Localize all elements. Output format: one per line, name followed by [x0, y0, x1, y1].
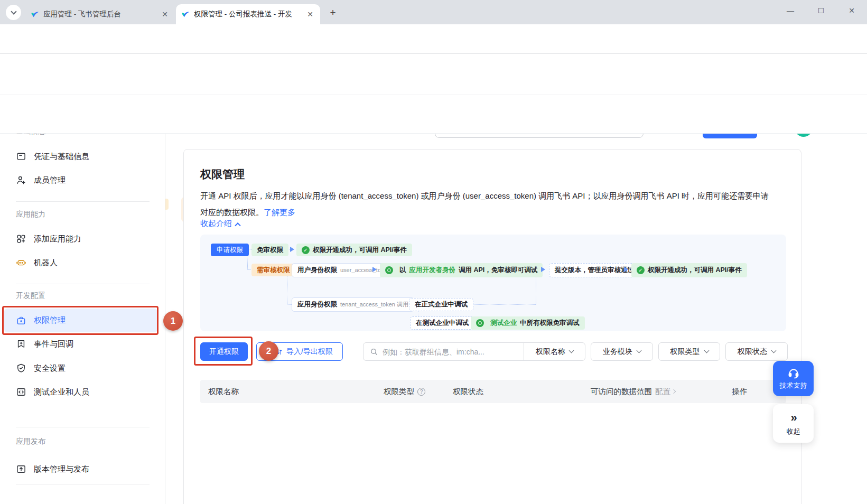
column-permission-status: 权限状态	[453, 380, 483, 403]
permission-table-header: 权限名称 权限类型? 权限状态 可访问的数据范围配置 操作	[200, 380, 786, 403]
robot-icon	[16, 257, 26, 268]
flow-node-success-1: ✓权限开通成功，可调用 API/事件	[296, 244, 412, 256]
chevron-down-icon	[704, 348, 709, 353]
sidebar-item-label: 机器人	[34, 258, 58, 268]
new-tab-button[interactable]: +	[327, 6, 339, 19]
filter-label: 业务模块	[603, 347, 632, 357]
minimize-button[interactable]: —	[775, 0, 806, 21]
tab-title: 应用管理 - 飞书管理后台	[43, 10, 156, 19]
member-icon	[16, 175, 26, 185]
headset-icon	[787, 367, 800, 379]
collapse-widget-button[interactable]: » 收起	[773, 404, 814, 443]
page-title: 权限管理	[200, 167, 245, 182]
arrow-icon	[372, 267, 377, 272]
sidebar-item-label: 成员管理	[34, 175, 66, 185]
tab-title: 权限管理 - 公司报表推送 - 开发	[194, 10, 301, 19]
collapse-intro-link[interactable]: 收起介绍	[200, 219, 240, 229]
flow-node-need-review: 需审核权限	[251, 264, 295, 276]
chevron-down-icon	[11, 8, 16, 14]
tech-support-button[interactable]: 技术支持	[773, 361, 814, 396]
filter-label: 权限名称	[536, 347, 565, 357]
permission-flow-diagram: 申请权限 免审权限 ✓权限开通成功，可调用 API/事件 需审核权限 用户身份权…	[200, 235, 786, 331]
permission-search-box[interactable]: 权限名称	[363, 342, 585, 361]
column-permission-type: 权限类型?	[384, 380, 425, 403]
import-export-label: 导入/导出权限	[286, 347, 333, 357]
sidebar-item-permission-management[interactable]: 权限管理	[4, 309, 157, 332]
sidebar-item-label: 凭证与基础信息	[34, 152, 89, 162]
sidebar-item-security-settings[interactable]: 安全设置	[0, 359, 165, 378]
annotation-step1-badge: 1	[163, 311, 183, 331]
sidebar-item-label: 事件与回调	[34, 339, 73, 349]
sidebar-item-credentials[interactable]: 凭证与基础信息	[0, 147, 165, 166]
chevron-down-icon	[771, 348, 777, 353]
section-dev-config: 开发配置	[16, 290, 45, 301]
browser-window: 应用管理 - 飞书管理后台 ✕ 权限管理 - 公司报表推送 - 开发 ✕ + —…	[0, 0, 867, 504]
tab-close-icon[interactable]: ✕	[160, 10, 170, 19]
divider	[16, 427, 150, 427]
maximize-button[interactable]: ☐	[806, 0, 836, 21]
divider	[16, 484, 150, 484]
flow-node-app-identity: 应用身份权限tenant_access_token 调用	[292, 297, 414, 312]
sidebar-item-label: 测试企业和人员	[34, 387, 89, 397]
site-header: 飞书开放平台 客户案例 开发文档 更新日志 应用中心 开发者广场 问答 开发者后…	[0, 54, 867, 95]
sidebar-item-bot[interactable]: 机器人	[0, 253, 165, 272]
divider	[16, 284, 150, 284]
close-button[interactable]: ✕	[836, 0, 867, 21]
divider	[16, 201, 150, 202]
flow-node-success-2: ✓权限开通成功，可调用 API/事件	[631, 263, 747, 277]
tech-support-label: 技术支持	[780, 381, 807, 390]
browser-toolbar: ← → ⟳ open.feishu.cn/app/cli_a8b3beab04b…	[0, 24, 867, 54]
permission-management-panel: 权限管理 开通 API 权限后，应用才能以应用身份 (tenant_access…	[183, 149, 801, 504]
upload-icon	[16, 464, 26, 474]
filter-permission-name[interactable]: 权限名称	[524, 343, 585, 360]
help-icon[interactable]: ?	[417, 388, 425, 396]
double-chevron-right-icon: »	[790, 411, 796, 425]
configure-link[interactable]: 配置	[655, 387, 675, 397]
debug-icon	[476, 319, 484, 327]
filter-permission-status[interactable]: 权限状态	[725, 342, 788, 361]
briefcase-icon	[16, 315, 26, 326]
code-icon	[16, 387, 26, 397]
column-action: 操作	[732, 380, 747, 403]
open-permission-button[interactable]: 开通权限	[200, 342, 248, 361]
sidebar-item-test-company[interactable]: 测试企业和人员	[0, 382, 165, 402]
sidebar-item-version-release[interactable]: 版本管理与发布	[0, 460, 165, 479]
chevron-right-icon	[672, 389, 676, 394]
collapse-intro-label: 收起介绍	[200, 219, 232, 229]
sidebar-item-label: 版本管理与发布	[34, 464, 89, 474]
tab-close-icon[interactable]: ✕	[305, 10, 315, 19]
permission-search-input[interactable]	[383, 348, 524, 356]
bookmark-plus-icon	[16, 339, 26, 349]
flow-node-dev-debug: 以应用开发者身份调用 API，免审核即可调试	[380, 263, 543, 277]
flow-node-test-all: 测试企业中所有权限免审调试	[471, 316, 585, 330]
flow-node-formal-debug: 在正式企业中调试	[409, 298, 473, 311]
page-description: 开通 API 权限后，应用才能以应用身份 (tenant_access_toke…	[200, 188, 776, 220]
filter-permission-type[interactable]: 权限类型	[658, 342, 720, 361]
feishu-favicon	[181, 10, 190, 18]
chevron-down-icon	[637, 348, 642, 353]
annotation-step2-badge: 2	[259, 341, 278, 361]
filter-business-module[interactable]: 业务模块	[591, 342, 653, 361]
tab-search-button[interactable]	[6, 5, 21, 20]
tab-app-management[interactable]: 应用管理 - 飞书管理后台 ✕	[25, 4, 175, 24]
section-app-release: 应用发布	[16, 436, 45, 446]
arrow-icon	[541, 267, 545, 272]
feishu-favicon	[31, 10, 39, 18]
sidebar: 基础信息 凭证与基础信息 成员管理 应用能力 添加应用能力 机器人 开发配置 权…	[0, 134, 165, 504]
window-controls: — ☐ ✕	[775, 0, 867, 21]
debug-icon	[385, 266, 393, 274]
sidebar-item-add-capability[interactable]: 添加应用能力	[0, 229, 165, 248]
sidebar-item-events-callbacks[interactable]: 事件与回调	[0, 334, 165, 353]
check-icon: ✓	[637, 266, 645, 274]
filter-label: 权限类型	[670, 347, 700, 357]
column-permission-name: 权限名称	[208, 380, 239, 403]
search-icon	[370, 348, 378, 356]
arrow-icon	[290, 247, 294, 252]
filter-label: 权限状态	[738, 347, 767, 357]
learn-more-link[interactable]: 了解更多	[264, 208, 295, 217]
sidebar-item-members[interactable]: 成员管理	[0, 171, 165, 190]
id-card-icon	[16, 151, 26, 162]
tab-strip: 应用管理 - 飞书管理后台 ✕ 权限管理 - 公司报表推送 - 开发 ✕ + —…	[0, 0, 867, 24]
chevron-down-icon	[569, 348, 574, 353]
tab-permission-management[interactable]: 权限管理 - 公司报表推送 - 开发 ✕	[176, 4, 320, 24]
